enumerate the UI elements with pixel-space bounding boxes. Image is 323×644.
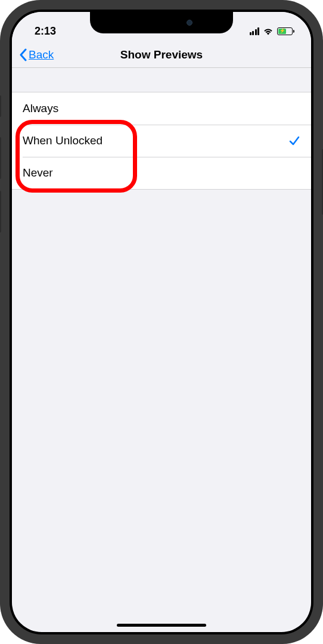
group-spacer (12, 68, 311, 92)
option-never[interactable]: Never (12, 157, 311, 189)
mute-switch (0, 95, 1, 117)
options-list: Always When Unlocked Never (12, 92, 311, 190)
device-frame: 2:13 ⚡ (0, 0, 323, 644)
status-time: 2:13 (35, 25, 56, 38)
checkmark-icon (288, 135, 300, 147)
screen: 2:13 ⚡ (12, 12, 311, 632)
volume-down-button (0, 191, 1, 233)
navigation-bar: Back Show Previews (12, 42, 311, 68)
cellular-icon (250, 27, 260, 35)
status-icons: ⚡ (250, 27, 295, 35)
notch (90, 12, 233, 33)
back-button[interactable]: Back (19, 48, 54, 61)
wifi-icon (263, 27, 274, 35)
home-indicator[interactable] (117, 624, 206, 627)
device-bezel: 2:13 ⚡ (10, 10, 313, 634)
page-title: Show Previews (120, 48, 203, 61)
option-always[interactable]: Always (12, 92, 311, 125)
option-label: When Unlocked (23, 134, 103, 147)
option-when-unlocked[interactable]: When Unlocked (12, 125, 311, 157)
chevron-left-icon (19, 48, 27, 61)
charging-bolt-icon: ⚡ (279, 29, 285, 33)
option-label: Never (23, 166, 53, 179)
back-label: Back (29, 48, 54, 61)
battery-icon: ⚡ (277, 27, 294, 35)
option-label: Always (23, 102, 58, 115)
camera-icon (187, 20, 192, 26)
volume-up-button (0, 137, 1, 179)
